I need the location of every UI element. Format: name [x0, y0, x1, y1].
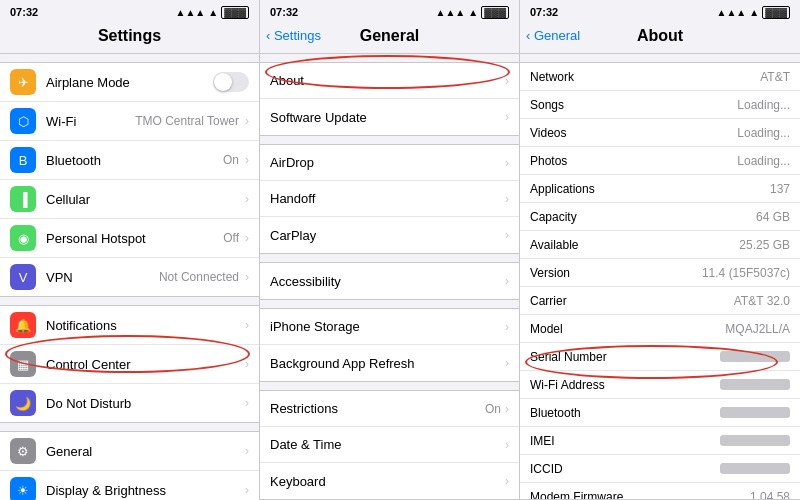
about-row: CarrierAT&T 32.0: [520, 287, 800, 315]
battery-icon: ▓▓▓: [221, 6, 249, 19]
general-row-label: Handoff: [270, 191, 505, 206]
about-row: VideosLoading...: [520, 119, 800, 147]
general-row[interactable]: AirDrop›: [260, 145, 519, 181]
chevron-icon: ›: [245, 483, 249, 497]
general-group: RestrictionsOn›Date & Time›Keyboard›: [260, 390, 519, 500]
nav-back-button[interactable]: ‹ General: [526, 28, 580, 43]
nav-back-button[interactable]: ‹ Settings: [266, 28, 321, 43]
general-row[interactable]: Keyboard›: [260, 463, 519, 499]
general-row[interactable]: Software Update›: [260, 99, 519, 135]
chevron-icon: ›: [505, 74, 509, 88]
general-row-label: Software Update: [270, 110, 505, 125]
wifi-status-icon: ▲: [208, 7, 218, 18]
row-label: Wi-Fi: [46, 114, 135, 129]
general-row[interactable]: About›: [260, 63, 519, 99]
general-row[interactable]: Accessibility›: [260, 263, 519, 299]
about-row: Wi-Fi Address: [520, 371, 800, 399]
row-icon: ☀: [10, 477, 36, 500]
chevron-icon: ›: [245, 153, 249, 167]
general-row[interactable]: RestrictionsOn›: [260, 391, 519, 427]
about-row: Version11.4 (15F5037c): [520, 259, 800, 287]
row-icon: ▦: [10, 351, 36, 377]
row-value: TMO Central Tower: [135, 114, 239, 128]
about-label: Capacity: [530, 210, 577, 224]
about-row: SongsLoading...: [520, 91, 800, 119]
about-value: 25.25 GB: [739, 238, 790, 252]
nav-title: General: [360, 27, 420, 45]
general-row-label: Date & Time: [270, 437, 505, 452]
general-group: Accessibility›: [260, 262, 519, 300]
chevron-icon: ›: [245, 396, 249, 410]
row-label: Bluetooth: [46, 153, 223, 168]
about-value: AT&T: [760, 70, 790, 84]
settings-row[interactable]: ⚙General›: [0, 432, 259, 471]
settings-row[interactable]: ✈Airplane Mode: [0, 63, 259, 102]
general-row-label: AirDrop: [270, 155, 505, 170]
general-row[interactable]: Background App Refresh›: [260, 345, 519, 381]
settings-row[interactable]: ⬡Wi-FiTMO Central Tower›: [0, 102, 259, 141]
toggle-switch[interactable]: [213, 72, 249, 92]
wifi-status-icon: ▲: [749, 7, 759, 18]
about-row: ICCID: [520, 455, 800, 483]
general-row-value: On: [485, 402, 501, 416]
chevron-icon: ›: [245, 270, 249, 284]
row-label: Cellular: [46, 192, 243, 207]
row-value: On: [223, 153, 239, 167]
settings-row[interactable]: ☀Display & Brightness›: [0, 471, 259, 500]
chevron-icon: ›: [505, 320, 509, 334]
settings-row[interactable]: BBluetoothOn›: [0, 141, 259, 180]
row-icon: ▐: [10, 186, 36, 212]
settings-row[interactable]: 🌙Do Not Disturb›: [0, 384, 259, 422]
battery-icon: ▓▓▓: [762, 6, 790, 19]
row-label: Notifications: [46, 318, 243, 333]
about-value: Loading...: [737, 126, 790, 140]
settings-list: ✈Airplane Mode ⬡Wi-FiTMO Central Tower›B…: [0, 54, 259, 500]
about-label: Modem Firmware: [530, 490, 623, 500]
about-row: PhotosLoading...: [520, 147, 800, 175]
general-row-label: About: [270, 73, 505, 88]
general-row[interactable]: CarPlay›: [260, 217, 519, 253]
about-label: Carrier: [530, 294, 567, 308]
status-time: 07:32: [530, 6, 558, 18]
about-value: 1.04.58: [750, 490, 790, 500]
row-icon: V: [10, 264, 36, 290]
general-row[interactable]: Date & Time›: [260, 427, 519, 463]
settings-row[interactable]: ▐Cellular›: [0, 180, 259, 219]
chevron-icon: ›: [505, 192, 509, 206]
about-value: 137: [770, 182, 790, 196]
chevron-icon: ›: [505, 474, 509, 488]
settings-row[interactable]: VVPNNot Connected›: [0, 258, 259, 296]
settings-panel-settings: 07:32 ▲▲▲ ▲ ▓▓▓ Settings ✈Airplane Mode …: [0, 0, 260, 500]
about-label: Songs: [530, 98, 564, 112]
status-icons: ▲▲▲ ▲ ▓▓▓: [436, 6, 509, 19]
general-row[interactable]: Handoff›: [260, 181, 519, 217]
general-row[interactable]: iPhone Storage›: [260, 309, 519, 345]
nav-bar: ‹ General About: [520, 22, 800, 54]
settings-row[interactable]: 🔔Notifications›: [0, 306, 259, 345]
settings-group: ⚙General›☀Display & Brightness›▣Wallpape…: [0, 431, 259, 500]
about-value: Loading...: [737, 154, 790, 168]
chevron-icon: ›: [245, 192, 249, 206]
general-row-label: Accessibility: [270, 274, 505, 289]
battery-icon: ▓▓▓: [481, 6, 509, 19]
row-value: Off: [223, 231, 239, 245]
settings-row[interactable]: ▦Control Center›: [0, 345, 259, 384]
settings-row[interactable]: ◉Personal HotspotOff›: [0, 219, 259, 258]
signal-icon: ▲▲▲: [717, 7, 747, 18]
about-label: Bluetooth: [530, 406, 581, 420]
nav-title: About: [637, 27, 683, 45]
chevron-icon: ›: [245, 318, 249, 332]
about-row: Available25.25 GB: [520, 231, 800, 259]
chevron-icon: ›: [505, 156, 509, 170]
chevron-icon: ›: [505, 110, 509, 124]
signal-icon: ▲▲▲: [436, 7, 466, 18]
row-icon: B: [10, 147, 36, 173]
chevron-icon: ›: [245, 357, 249, 371]
about-value: 11.4 (15F5037c): [702, 266, 790, 280]
signal-icon: ▲▲▲: [176, 7, 206, 18]
about-row: Applications137: [520, 175, 800, 203]
about-label: ICCID: [530, 462, 563, 476]
wifi-status-icon: ▲: [468, 7, 478, 18]
chevron-icon: ›: [505, 402, 509, 416]
about-row: IMEI: [520, 427, 800, 455]
